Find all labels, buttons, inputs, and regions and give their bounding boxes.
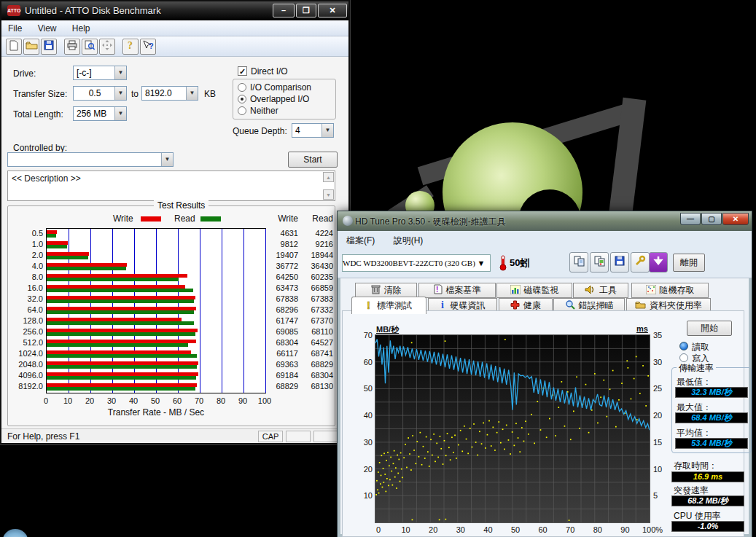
x-tick: 80 <box>585 525 610 534</box>
row-size-label: 2.0 <box>9 251 43 259</box>
neither-radio[interactable] <box>238 106 246 115</box>
menu-view[interactable]: View <box>31 20 63 34</box>
menu-help[interactable]: Help <box>66 20 97 34</box>
new-file-button[interactable] <box>6 39 22 55</box>
write-value: 4631 <box>265 229 298 238</box>
copy-text-button[interactable] <box>569 252 588 273</box>
options-button[interactable] <box>631 252 650 273</box>
hdtune-start-button[interactable]: 開始 <box>687 321 732 336</box>
read-value: 67383 <box>300 294 333 303</box>
maximize-button[interactable]: ▢ <box>701 213 722 225</box>
close-button[interactable]: ✕ <box>722 213 749 225</box>
chevron-down-icon[interactable]: ▼ <box>322 124 333 137</box>
chevron-down-icon[interactable]: ▼ <box>186 87 198 100</box>
tab-random-access[interactable]: 隨機存取 <box>631 283 709 298</box>
x-tick: 30 <box>448 525 473 534</box>
menu-file[interactable]: 檔案(F) <box>338 231 382 247</box>
transfer-size-label: Transfer Size: <box>13 89 67 99</box>
row-size-label: 8.0 <box>9 273 43 281</box>
y-right-axis-label: ms <box>636 324 648 333</box>
options-icon <box>634 255 646 270</box>
direct-io-label: Direct I/O <box>251 66 288 77</box>
tab-tools-speaker[interactable]: 工具 <box>573 283 628 298</box>
read-radio-label: 讀取 <box>692 341 709 353</box>
controlled-by-combobox[interactable]: ▼ <box>7 152 174 167</box>
copy-image-button[interactable] <box>590 252 609 273</box>
drive-combobox[interactable]: [-c-]▼ <box>73 66 127 80</box>
direct-io-checkbox[interactable]: ✓ <box>238 66 247 76</box>
row-size-label: 4.0 <box>9 262 43 270</box>
controlled-by-label: Controlled by: <box>13 143 67 153</box>
transfer-from-combobox[interactable]: 0.5▼ <box>73 86 127 101</box>
start-orb[interactable] <box>3 529 28 537</box>
open-folder-button[interactable] <box>23 39 39 55</box>
minimize-button[interactable]: – <box>273 4 295 17</box>
read-bar <box>47 245 67 248</box>
download-icon <box>652 255 664 270</box>
scroll-down-icon[interactable]: ▼ <box>323 189 334 200</box>
status-text: For Help, press F1 <box>7 431 79 442</box>
chevron-down-icon[interactable]: ▼ <box>114 87 126 100</box>
test-results-group: Test Results Write Read Write Read Trans… <box>7 205 335 426</box>
write-value: 64250 <box>265 273 298 281</box>
chevron-down-icon[interactable]: ▼ <box>478 259 486 267</box>
total-length-combobox[interactable]: 256 MB▼ <box>73 106 127 121</box>
menu-help[interactable]: 說明(H) <box>385 231 431 247</box>
chevron-down-icon[interactable]: ▼ <box>114 66 126 79</box>
transfer-to-combobox[interactable]: 8192.0▼ <box>141 86 198 101</box>
close-button[interactable]: ✕ <box>318 4 347 17</box>
context-help-icon: ? <box>142 40 154 53</box>
io-comparison-radio[interactable] <box>238 83 246 92</box>
context-help-button[interactable]: ? <box>140 39 156 55</box>
chevron-down-icon[interactable]: ▼ <box>114 107 126 120</box>
read-bar <box>47 332 195 336</box>
x-tick: 20 <box>421 525 445 534</box>
overlapped-io-label: Overlapped I/O <box>250 94 309 104</box>
atto-title-bar[interactable]: ATTO Untitled - ATTO Disk Benchmark – ❐ … <box>1 1 348 20</box>
tab-disk-monitor[interactable]: 磁碟監視 <box>496 283 572 298</box>
chevron-down-icon[interactable]: ▼ <box>161 153 173 166</box>
overlapped-io-radio[interactable] <box>238 95 246 103</box>
description-box[interactable]: << Description >> ▲ ▼ <box>7 170 335 201</box>
print-preview-button[interactable] <box>82 39 98 55</box>
trash-icon <box>371 284 381 297</box>
scroll-up-icon[interactable]: ▲ <box>323 172 334 182</box>
desktop: ATTO Untitled - ATTO Disk Benchmark – ❐ … <box>0 0 756 537</box>
write-radio[interactable] <box>679 353 688 362</box>
atto-app-icon: ATTO <box>7 5 20 16</box>
access-time-value: 16.9 ms <box>671 471 744 482</box>
to-label: to <box>131 89 139 99</box>
help-button[interactable]: ? <box>122 39 139 55</box>
read-value: 67332 <box>300 305 333 314</box>
exit-button[interactable]: 離開 <box>673 254 705 272</box>
download-button[interactable] <box>649 252 668 273</box>
tab-trash[interactable]: 清除 <box>355 283 417 298</box>
save-button[interactable] <box>41 39 57 55</box>
menu-file[interactable]: File <box>1 20 28 34</box>
hdtune-title-bar[interactable]: HD Tune Pro 3.50 - 硬碟檢測-維護工具 — ▢ ✕ <box>338 211 752 231</box>
atto-window: ATTO Untitled - ATTO Disk Benchmark – ❐ … <box>0 0 350 444</box>
atto-bar-chart <box>46 228 266 393</box>
gridline <box>222 229 222 393</box>
access-time-label: 存取時間： <box>674 460 717 472</box>
move-button[interactable] <box>99 39 115 55</box>
tab-file-benchmark[interactable]: !檔案基準 <box>418 283 496 298</box>
file-benchmark-icon: ! <box>434 284 443 297</box>
save-button[interactable] <box>610 252 629 273</box>
start-button[interactable]: Start <box>288 152 338 168</box>
tab-benchmark-exclaim[interactable]: !標準測試 <box>351 297 426 314</box>
queue-depth-combobox[interactable]: 4▼ <box>292 123 334 138</box>
hdtune-app-icon <box>343 216 353 226</box>
read-radio[interactable] <box>679 342 688 350</box>
maximize-button[interactable]: ❐ <box>296 4 316 17</box>
y-left-axis-label: MB/秒 <box>376 324 399 335</box>
read-bar <box>47 299 194 303</box>
drive-select-combobox[interactable]: WDC WD3200BEVT-22ZCT0 (320 GB) ▼ <box>342 254 491 272</box>
read-bar <box>47 321 194 325</box>
row-size-label: 8192.0 <box>9 382 43 391</box>
tab-label: 檔案基準 <box>446 284 481 297</box>
minimize-button[interactable]: — <box>680 213 701 225</box>
neither-label: Neither <box>250 106 278 116</box>
write-value: 36772 <box>265 262 298 270</box>
print-button[interactable] <box>64 39 80 55</box>
